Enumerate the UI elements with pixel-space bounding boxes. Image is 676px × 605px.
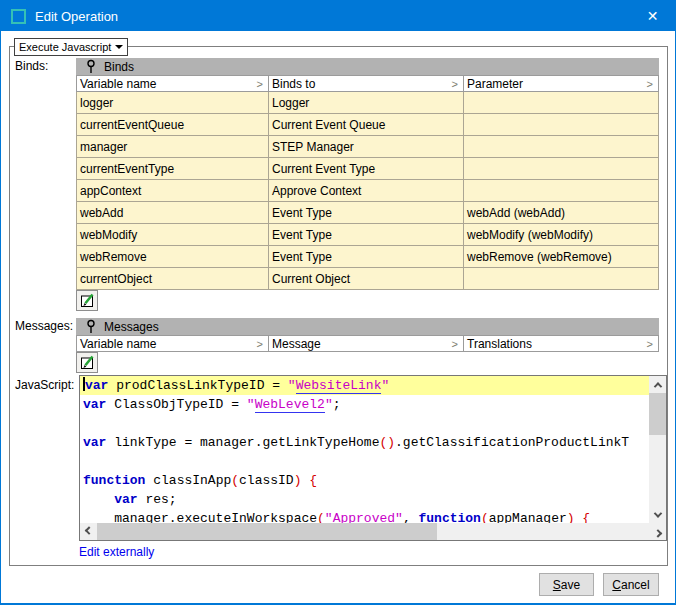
binds-table: Binds Variable name>Binds to>Parameter> … <box>76 58 659 290</box>
column-header-parameter[interactable]: Parameter> <box>464 76 659 92</box>
operation-type-select[interactable]: Execute Javascript <box>14 38 128 56</box>
edit-operation-dialog: Edit Operation ✕ Execute Javascript Bind… <box>0 0 676 605</box>
scroll-left-button[interactable] <box>80 523 97 540</box>
column-header-label: Message <box>272 337 321 351</box>
code-line <box>80 414 649 433</box>
table-cell: Current Object <box>269 268 464 290</box>
chevron-up-icon <box>653 382 661 390</box>
sort-chevron-icon: > <box>448 338 458 350</box>
key-icon <box>86 319 96 334</box>
code-line: var prodClassLinkTypeID = "WebsiteLink" <box>80 376 649 395</box>
table-cell: webRemove (webRemove) <box>464 246 659 268</box>
table-cell: manager <box>77 136 269 158</box>
column-header-label: Parameter <box>467 77 523 91</box>
binds-label: Binds: <box>15 59 48 73</box>
binds-band-title: Binds <box>104 60 134 74</box>
scroll-up-button[interactable] <box>649 376 666 393</box>
table-cell: STEP Manager <box>269 136 464 158</box>
binds-column-headers: Variable name>Binds to>Parameter> <box>76 75 659 92</box>
messages-column-headers: Variable name>Message>Translations> <box>76 335 659 352</box>
table-cell <box>464 180 659 202</box>
messages-table: Messages Variable name>Message>Translati… <box>76 318 659 352</box>
table-row[interactable]: loggerLogger <box>77 92 659 114</box>
column-header-variable-name[interactable]: Variable name> <box>77 76 269 92</box>
sort-chevron-icon: > <box>448 78 458 90</box>
table-cell: Event Type <box>269 224 464 246</box>
table-cell <box>464 92 659 114</box>
table-row[interactable]: currentEventTypeCurrent Event Type <box>77 158 659 180</box>
table-cell: logger <box>77 92 269 114</box>
column-header-variable-name[interactable]: Variable name> <box>77 336 269 352</box>
operation-type-value: Execute Javascript <box>15 41 115 53</box>
table-cell: webModify <box>77 224 269 246</box>
close-button[interactable]: ✕ <box>630 1 675 31</box>
edit-externally-link[interactable]: Edit externally <box>79 545 154 559</box>
binds-band: Binds <box>76 58 659 75</box>
sort-chevron-icon: > <box>253 78 263 90</box>
code-line: manager.executeInWorkspace("Approved", f… <box>80 509 649 523</box>
table-cell <box>464 114 659 136</box>
column-header-label: Translations <box>467 337 532 351</box>
column-header-binds-to[interactable]: Binds to> <box>269 76 464 92</box>
save-button[interactable]: Save <box>539 573 594 596</box>
sort-chevron-icon: > <box>643 78 653 90</box>
table-cell: Current Event Type <box>269 158 464 180</box>
code-area[interactable]: var prodClassLinkTypeID = "WebsiteLink"v… <box>80 376 649 523</box>
table-row[interactable]: currentObjectCurrent Object <box>77 268 659 290</box>
cancel-button[interactable]: Cancel <box>603 573 659 596</box>
scroll-down-button[interactable] <box>649 506 666 523</box>
close-icon: ✕ <box>647 8 659 24</box>
table-cell: appContext <box>77 180 269 202</box>
table-row[interactable]: appContextApprove Context <box>77 180 659 202</box>
titlebar: Edit Operation ✕ <box>1 1 675 31</box>
dropdown-arrow-icon <box>115 45 123 49</box>
column-header-label: Variable name <box>80 77 157 91</box>
sort-chevron-icon: > <box>643 338 653 350</box>
table-cell: currentObject <box>77 268 269 290</box>
table-cell: Event Type <box>269 202 464 224</box>
javascript-label: JavaScript: <box>15 378 74 392</box>
horizontal-scrollbar[interactable] <box>80 523 666 540</box>
vertical-scroll-thumb[interactable] <box>649 393 666 435</box>
table-row[interactable]: managerSTEP Manager <box>77 136 659 158</box>
table-cell <box>464 158 659 180</box>
key-icon <box>86 59 96 74</box>
table-row[interactable]: currentEventQueueCurrent Event Queue <box>77 114 659 136</box>
code-line <box>80 452 649 471</box>
binds-edit-button[interactable] <box>76 290 98 311</box>
table-cell: webRemove <box>77 246 269 268</box>
column-header-translations[interactable]: Translations> <box>464 336 659 352</box>
edit-pencil-icon <box>80 293 95 308</box>
table-row[interactable]: webModifyEvent TypewebModify (webModify) <box>77 224 659 246</box>
table-cell: currentEventType <box>77 158 269 180</box>
window-title: Edit Operation <box>35 9 118 24</box>
table-cell: webModify (webModify) <box>464 224 659 246</box>
vertical-scrollbar[interactable] <box>649 376 666 523</box>
table-cell: webAdd (webAdd) <box>464 202 659 224</box>
binds-rows: loggerLoggercurrentEventQueueCurrent Eve… <box>76 92 659 290</box>
table-cell: Event Type <box>269 246 464 268</box>
edit-pencil-icon <box>80 355 95 370</box>
javascript-editor[interactable]: var prodClassLinkTypeID = "WebsiteLink"v… <box>79 375 667 541</box>
chevron-right-icon <box>653 529 661 537</box>
code-line: var linkType = manager.getLinkTypeHome()… <box>80 433 649 452</box>
messages-edit-button[interactable] <box>76 352 98 373</box>
table-row[interactable]: webAddEvent TypewebAdd (webAdd) <box>77 202 659 224</box>
sort-chevron-icon: > <box>253 338 263 350</box>
table-cell: currentEventQueue <box>77 114 269 136</box>
table-cell: webAdd <box>77 202 269 224</box>
horizontal-scroll-thumb[interactable] <box>97 523 437 540</box>
messages-label: Messages: <box>15 319 73 333</box>
chevron-left-icon <box>84 526 92 534</box>
table-row[interactable]: webRemoveEvent TypewebRemove (webRemove) <box>77 246 659 268</box>
code-line: var ClassObjTypeID = "WebLevel2"; <box>80 395 649 414</box>
column-header-label: Variable name <box>80 337 157 351</box>
messages-band-title: Messages <box>104 320 159 334</box>
messages-band: Messages <box>76 318 659 335</box>
scroll-right-button[interactable] <box>649 523 666 540</box>
chevron-down-icon <box>653 509 661 517</box>
table-cell: Logger <box>269 92 464 114</box>
table-cell: Approve Context <box>269 180 464 202</box>
column-header-message[interactable]: Message> <box>269 336 464 352</box>
table-cell: Current Event Queue <box>269 114 464 136</box>
